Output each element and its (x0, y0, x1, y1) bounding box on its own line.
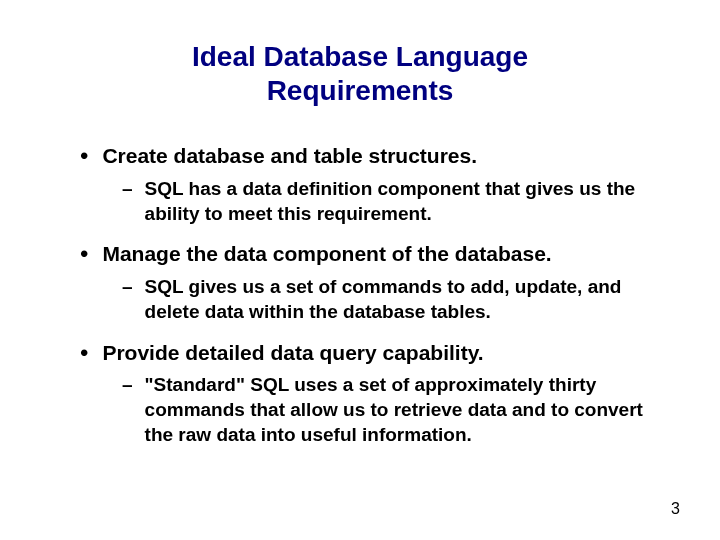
dash-icon: – (122, 275, 133, 300)
slide: Ideal Database Language Requirements • C… (0, 0, 720, 540)
dash-icon: – (122, 177, 133, 202)
dash-icon: – (122, 373, 133, 398)
bullet-sub-text: SQL has a data definition component that… (145, 177, 650, 226)
bullet-item-1: • Create database and table structures. (80, 142, 660, 171)
bullet-item-3: • Provide detailed data query capability… (80, 339, 660, 368)
page-number: 3 (671, 500, 680, 518)
bullet-sub-item-2: – SQL gives us a set of commands to add,… (122, 275, 660, 324)
slide-title: Ideal Database Language Requirements (60, 40, 660, 107)
bullet-text: Create database and table structures. (102, 142, 477, 169)
bullet-sub-item-1: – SQL has a data definition component th… (122, 177, 660, 226)
bullet-item-2: • Manage the data component of the datab… (80, 240, 660, 269)
bullet-dot-icon: • (80, 142, 88, 171)
bullet-dot-icon: • (80, 240, 88, 269)
bullet-sub-text: SQL gives us a set of commands to add, u… (145, 275, 650, 324)
bullet-sub-item-3: – "Standard" SQL uses a set of approxima… (122, 373, 660, 447)
title-line-1: Ideal Database Language (192, 41, 528, 72)
bullet-text: Provide detailed data query capability. (102, 339, 483, 366)
bullet-sub-text: "Standard" SQL uses a set of approximate… (145, 373, 650, 447)
title-line-2: Requirements (267, 75, 454, 106)
bullet-dot-icon: • (80, 339, 88, 368)
bullet-text: Manage the data component of the databas… (102, 240, 551, 267)
slide-content: • Create database and table structures. … (60, 142, 660, 447)
